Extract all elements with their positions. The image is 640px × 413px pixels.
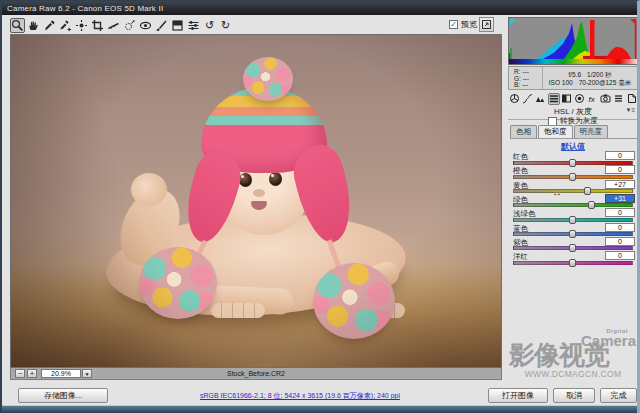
tone-curve-panel-icon[interactable] [522, 93, 534, 105]
hat-pompom-right [313, 263, 395, 339]
mouse-cursor: ↔ [552, 187, 562, 198]
slider-row: 洋红0 [508, 252, 638, 266]
slider-knob[interactable] [588, 201, 595, 209]
rotate-left-icon[interactable]: ↺ [202, 18, 217, 33]
adjustment-brush-tool-icon[interactable] [154, 18, 169, 33]
slider-track[interactable] [513, 246, 633, 250]
slider-row: 紫色0 [508, 238, 638, 252]
svg-text:fx: fx [588, 95, 595, 104]
white-balance-tool-icon[interactable] [42, 18, 57, 33]
slider-value-input[interactable]: 0 [605, 237, 635, 246]
cancel-button[interactable]: 取消 [553, 388, 595, 403]
slider-knob[interactable] [569, 216, 576, 224]
slider-track[interactable] [513, 261, 633, 265]
slider-value-input[interactable]: 0 [605, 208, 635, 217]
slider-row: 浅绿色0 [508, 209, 638, 223]
slider-value-input[interactable]: +31 [605, 194, 635, 203]
slider-row: 橙色0 [508, 166, 638, 180]
baby-left-hand [211, 303, 265, 318]
slider-knob[interactable] [569, 159, 576, 167]
baby-eye [269, 172, 282, 186]
slider-value-input[interactable]: 0 [605, 251, 635, 260]
rotate-right-icon[interactable]: ↻ [218, 18, 233, 33]
slider-track[interactable] [513, 218, 633, 222]
slider-track[interactable] [513, 203, 633, 207]
slider-row: 黄色+27 [508, 181, 638, 195]
window-bottom-frame [2, 405, 637, 413]
hat-pompom-left [139, 247, 217, 319]
slider-knob[interactable] [569, 244, 576, 252]
presets-panel-icon[interactable] [612, 93, 624, 105]
preview-toggle[interactable]: ✓ 预览 [449, 19, 477, 30]
crop-tool-icon[interactable] [90, 18, 105, 33]
slider-row: 绿色+31 [508, 195, 638, 209]
window-title: Camera Raw 6.2 - Canon EOS 5D Mark II [2, 4, 163, 13]
rgb-readout: R: --- G: --- B: --- [509, 67, 543, 89]
lens-corrections-panel-icon[interactable] [574, 93, 586, 105]
split-toning-panel-icon[interactable] [561, 93, 573, 105]
preferences-icon[interactable] [186, 18, 201, 33]
slider-value-input[interactable]: 0 [605, 223, 635, 232]
slider-value-input[interactable]: 0 [605, 151, 635, 160]
tab-2[interactable]: 明亮度 [574, 125, 609, 138]
exposure-readout: f/5.61/200 秒 ISO 10070-200@125 毫米 [543, 67, 637, 89]
slider-row: 红色0 [508, 152, 638, 166]
fullscreen-icon [482, 20, 491, 29]
graduated-filter-tool-icon[interactable] [170, 18, 185, 33]
baby-nose [253, 189, 265, 197]
exif-readout: R: --- G: --- B: --- f/5.61/200 秒 ISO 10… [508, 66, 638, 90]
histogram-canvas [509, 18, 637, 59]
slider-value-input[interactable]: +27 [605, 180, 635, 189]
camera-raw-window: Camera Raw 6.2 - Canon EOS 5D Mark II ↺↻… [0, 0, 640, 413]
color-sampler-tool-icon[interactable] [58, 18, 73, 33]
slider-knob[interactable] [569, 230, 576, 238]
slider-value-input[interactable]: 0 [605, 165, 635, 174]
tab-0[interactable]: 色相 [510, 125, 537, 138]
targeted-adjustment-tool-icon[interactable] [74, 18, 89, 33]
slider-row: 蓝色0 [508, 224, 638, 238]
fullscreen-toggle-button[interactable] [479, 17, 494, 32]
highlight-clipping-indicator[interactable] [630, 19, 636, 25]
filename-label: Stock_Before.CR2 [11, 370, 501, 377]
title-bar[interactable]: Camera Raw 6.2 - Canon EOS 5D Mark II [2, 1, 637, 15]
toolbar: ↺↻ [10, 17, 234, 33]
snapshots-panel-icon[interactable] [625, 93, 637, 105]
hand-tool-icon[interactable] [26, 18, 41, 33]
hsl-grayscale-panel-icon[interactable] [548, 93, 560, 105]
magazine-watermark: Digital Camera 影像视觉 WWW.DCMAGCN.COM [508, 331, 638, 381]
effects-panel-icon[interactable]: fx [586, 93, 598, 105]
slider-knob[interactable] [569, 173, 576, 181]
baby-foot [131, 173, 167, 206]
done-button[interactable]: 完成 [600, 388, 637, 403]
workflow-options-link[interactable]: sRGB IEC61966-2.1; 8 位; 5424 x 3615 (19.… [112, 391, 488, 401]
slider-track[interactable] [513, 175, 633, 179]
zoom-tool-icon[interactable] [10, 18, 25, 33]
tab-1[interactable]: 饱和度 [538, 125, 573, 138]
detail-panel-icon[interactable] [535, 93, 547, 105]
image-canvas[interactable] [10, 34, 502, 368]
adjustment-panel-tabs: fx [509, 92, 638, 105]
spot-removal-tool-icon[interactable] [122, 18, 137, 33]
save-image-button[interactable]: 存储图像... [18, 388, 108, 403]
histogram-spectrum-strip [509, 59, 637, 64]
slider-track[interactable] [513, 189, 633, 193]
slider-knob[interactable] [584, 187, 591, 195]
red-eye-tool-icon[interactable] [138, 18, 153, 33]
preview-checkbox[interactable]: ✓ [449, 20, 458, 29]
straighten-tool-icon[interactable] [106, 18, 121, 33]
hsl-subtabs: 色相饱和度明亮度 [510, 127, 638, 139]
open-image-button[interactable]: 打开图像 [488, 388, 548, 403]
camera-calibration-panel-icon[interactable] [599, 93, 611, 105]
basic-panel-icon[interactable] [509, 93, 521, 105]
slider-knob[interactable] [569, 259, 576, 267]
preview-label: 预览 [461, 19, 477, 30]
photo-preview[interactable] [11, 35, 501, 367]
image-status-bar: − + 20.9% ▼ Stock_Before.CR2 [10, 368, 502, 380]
panel-menu-icon[interactable]: ▼≡ [626, 107, 635, 113]
slider-track[interactable] [513, 232, 633, 236]
hat-pompom-top [243, 57, 293, 101]
watermark-url-text: WWW.DCMAGCN.COM [508, 369, 638, 379]
saturation-sliders: 红色0橙色0黄色+27绿色+31浅绿色0蓝色0紫色0洋红0 [508, 152, 638, 270]
slider-track[interactable] [513, 161, 633, 165]
shadow-clipping-indicator[interactable] [510, 19, 516, 25]
